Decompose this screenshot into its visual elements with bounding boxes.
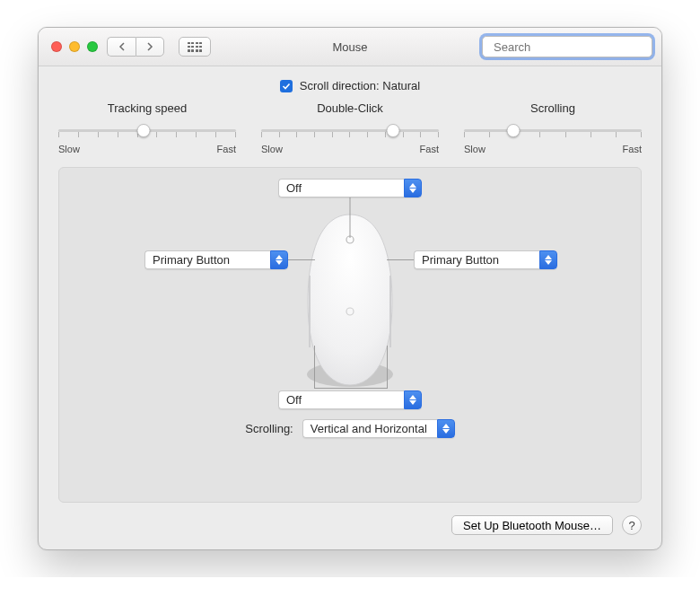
tracking-speed-label: Tracking speed: [58, 101, 236, 115]
connector-right: [387, 259, 414, 260]
scrolling-speed-slider[interactable]: [464, 120, 642, 142]
scrolling-speed-max: Fast: [623, 144, 642, 154]
grid-icon: [188, 42, 202, 52]
mouse-config-panel: Off Primary Button Primary Button: [58, 167, 642, 503]
checkmark-icon: [282, 82, 291, 91]
scrolling-speed-min: Slow: [464, 144, 486, 154]
chevron-right-icon: [146, 42, 153, 51]
scroll-direction-checkbox[interactable]: [280, 80, 293, 92]
connector-bottom-join: [314, 388, 388, 389]
tracking-speed-min: Slow: [58, 144, 80, 154]
double-click-label: Double-Click: [261, 101, 439, 115]
minimize-window-button[interactable]: [69, 41, 80, 52]
select-arrows-icon: [404, 179, 422, 197]
close-window-button[interactable]: [51, 41, 62, 52]
side-buttons-select[interactable]: Off: [278, 390, 422, 409]
double-click-thumb[interactable]: [386, 124, 399, 137]
nav-back-forward: [107, 37, 164, 57]
scroll-direction-label: Scroll direction: Natural: [300, 79, 420, 92]
connector-bottom-left: [314, 346, 315, 389]
forward-button[interactable]: [136, 37, 164, 57]
double-click-block: Double-Click Slow Fast: [261, 101, 439, 154]
double-click-max: Fast: [420, 144, 439, 154]
tracking-speed-thumb[interactable]: [137, 124, 151, 137]
left-button-value: Primary Button: [153, 253, 230, 267]
scrolling-speed-label: Scrolling: [464, 101, 642, 115]
window-controls: [48, 41, 98, 52]
scrolling-mode-select[interactable]: Vertical and Horizontal: [302, 419, 455, 438]
scroll-ball-select[interactable]: Off: [278, 179, 422, 197]
setup-bluetooth-mouse-label: Set Up Bluetooth Mouse…: [463, 519, 601, 532]
setup-bluetooth-mouse-button[interactable]: Set Up Bluetooth Mouse…: [451, 515, 613, 535]
titlebar: Mouse: [39, 28, 661, 66]
chevron-left-icon: [118, 42, 126, 51]
search-field[interactable]: [482, 36, 652, 57]
double-click-min: Slow: [261, 144, 283, 154]
double-click-slider[interactable]: [261, 120, 439, 142]
content: Scroll direction: Natural Tracking speed…: [39, 66, 661, 549]
footer: Set Up Bluetooth Mouse… ?: [58, 515, 642, 535]
connector-left: [288, 259, 315, 260]
scrolling-speed-thumb[interactable]: [507, 124, 521, 137]
mouse-graphic: [301, 213, 399, 392]
scroll-ball-value: Off: [286, 181, 302, 195]
connector-bottom-right: [387, 346, 388, 389]
left-button-select[interactable]: Primary Button: [144, 250, 288, 269]
scroll-direction-row: Scroll direction: Natural: [58, 79, 642, 92]
tracking-speed-slider[interactable]: [58, 120, 236, 142]
select-arrows-icon: [539, 250, 557, 269]
scrolling-mode-value: Vertical and Horizontal: [311, 422, 427, 435]
preferences-window: Mouse Scroll direction: Natural Tracking…: [38, 27, 662, 550]
side-buttons-value: Off: [286, 393, 302, 407]
right-button-value: Primary Button: [422, 253, 499, 267]
show-all-button[interactable]: [179, 37, 211, 57]
tracking-speed-max: Fast: [217, 144, 236, 154]
sliders-row: Tracking speed Slow Fast Double-Click: [58, 101, 642, 154]
select-arrows-icon: [404, 390, 422, 409]
connector-top: [350, 195, 351, 238]
scrolling-mode-label: Scrolling:: [245, 422, 293, 435]
scrolling-speed-block: Scrolling Slow Fast: [464, 101, 642, 154]
scrolling-mode-row: Scrolling: Vertical and Horizontal: [59, 419, 641, 438]
select-arrows-icon: [270, 250, 288, 269]
zoom-window-button[interactable]: [87, 41, 98, 52]
tracking-speed-block: Tracking speed Slow Fast: [58, 101, 236, 154]
select-arrows-icon: [437, 419, 455, 438]
back-button[interactable]: [107, 37, 136, 57]
right-button-select[interactable]: Primary Button: [414, 250, 557, 269]
help-icon: ?: [628, 519, 634, 532]
search-input[interactable]: [492, 39, 646, 55]
help-button[interactable]: ?: [622, 515, 642, 535]
